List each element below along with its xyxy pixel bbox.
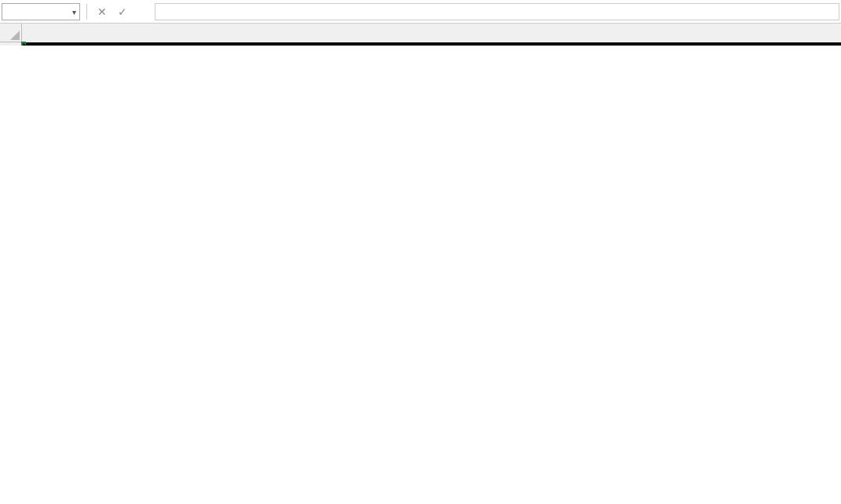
confirm-icon[interactable]: ✓ <box>114 3 131 20</box>
cancel-icon[interactable]: ✕ <box>93 3 111 20</box>
footer-cell[interactable] <box>22 44 841 46</box>
row-headers <box>0 42 22 46</box>
grid[interactable] <box>22 42 841 46</box>
fx-icon[interactable] <box>134 3 152 20</box>
separator <box>86 4 87 20</box>
formula-bar: ▾ ✕ ✓ <box>0 0 841 24</box>
name-box[interactable]: ▾ <box>2 3 80 20</box>
chevron-down-icon: ▾ <box>72 7 76 16</box>
select-all-corner[interactable] <box>0 24 22 42</box>
formula-input[interactable] <box>155 3 839 20</box>
sheet <box>0 24 841 46</box>
column-headers <box>22 24 841 42</box>
